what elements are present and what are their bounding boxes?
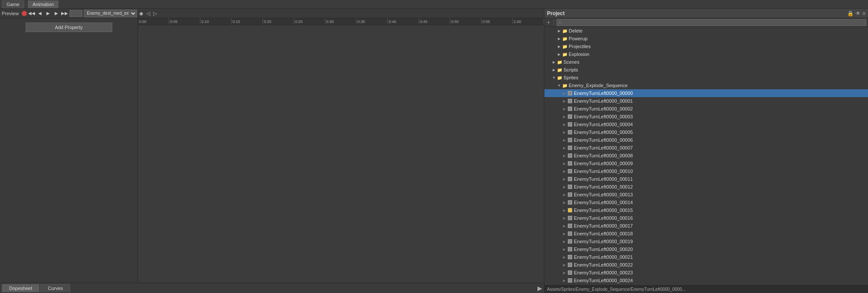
tree-expand-arrow[interactable]: ▶ [562,146,567,150]
tree-expand-arrow[interactable]: ▶ [557,52,562,56]
tree-expand-arrow[interactable]: ▶ [562,91,567,95]
tree-expand-arrow[interactable]: ▶ [562,107,567,111]
tree-expand-arrow[interactable]: ▶ [557,29,562,33]
tree-expand-arrow[interactable]: ▶ [562,185,567,189]
tree-item-label: EnemyTurnLeft0000_00022 [574,262,633,267]
tree-item-label: EnemyTurnLeft0000_00021 [574,254,633,260]
tree-item-f00013[interactable]: ▶EnemyTurnLeft0000_00013 [544,191,868,199]
tab-animation[interactable]: Animation [28,0,59,8]
tree-item-f00023[interactable]: ▶EnemyTurnLeft0000_00023 [544,269,868,277]
tree-item-f00014[interactable]: ▶EnemyTurnLeft0000_00014 [544,199,868,206]
tree-expand-arrow[interactable]: ▶ [562,123,567,127]
tree-item-f00019[interactable]: ▶EnemyTurnLeft0000_00019 [544,238,868,245]
tree-expand-arrow[interactable]: ▶ [562,115,567,119]
tree-expand-arrow[interactable]: ▶ [557,45,562,49]
skip-end-button[interactable]: ▶▶ [61,10,68,17]
sprite-icon [567,231,573,237]
tree-item-label: EnemyTurnLeft0000_00017 [574,223,633,228]
tree-expand-arrow[interactable]: ▼ [551,76,557,80]
project-toolbar: + [544,18,868,27]
add-property-button[interactable]: Add Property [26,23,112,32]
tree-item-scenes[interactable]: ▶📁Scenes [544,58,868,66]
diamond-right-icon[interactable]: ▷ [152,10,158,16]
frame-input[interactable]: 0 [69,10,82,17]
record-button[interactable] [22,11,27,16]
project-search-input[interactable] [557,19,866,26]
tree-item-f00020[interactable]: ▶EnemyTurnLeft0000_00020 [544,245,868,253]
tree-item-f00008[interactable]: ▶EnemyTurnLeft0000_00008 [544,152,868,160]
tree-expand-arrow[interactable]: ▶ [551,68,557,72]
tree-expand-arrow[interactable]: ▶ [562,138,567,142]
tree-item-f00022[interactable]: ▶EnemyTurnLeft0000_00022 [544,261,868,269]
tree-item-scripts[interactable]: ▶📁Scripts [544,66,868,74]
tree-expand-arrow[interactable]: ▶ [562,216,567,220]
diamond-icon[interactable]: ◆ [138,10,144,16]
tree-item-f00011[interactable]: ▶EnemyTurnLeft0000_00011 [544,175,868,183]
tree-item-f00002[interactable]: ▶EnemyTurnLeft0000_00002 [544,105,868,113]
tree-item-f00004[interactable]: ▶EnemyTurnLeft0000_00004 [544,120,868,128]
ruler-tick: 0:25 [294,18,325,25]
tree-item-f00018[interactable]: ▶EnemyTurnLeft0000_00018 [544,230,868,238]
next-frame-button[interactable]: ▶ [53,10,60,17]
tree-item-f00012[interactable]: ▶EnemyTurnLeft0000_00012 [544,183,868,191]
tree-item-projectiles[interactable]: ▶📁Projectiles [544,42,868,50]
tree-item-f00017[interactable]: ▶EnemyTurnLeft0000_00017 [544,222,868,230]
tree-expand-arrow[interactable]: ▶ [562,255,567,259]
tree-expand-arrow[interactable]: ▶ [562,162,567,166]
tree-expand-arrow[interactable]: ▶ [562,169,567,173]
sprite-icon [567,153,573,159]
sprite-icon [567,145,573,151]
tree-item-f00010[interactable]: ▶EnemyTurnLeft0000_00010 [544,167,868,175]
tab-dopesheet[interactable]: Dopesheet [2,284,39,292]
tree-expand-arrow[interactable]: ▶ [562,201,567,205]
ruler-tick: 1:00 [513,18,544,25]
tree-expand-arrow[interactable]: ▶ [557,37,562,41]
tree-item-f00021[interactable]: ▶EnemyTurnLeft0000_00021 [544,253,868,261]
tree-expand-arrow[interactable]: ▶ [562,99,567,103]
tree-expand-arrow[interactable]: ▼ [557,84,562,88]
tree-expand-arrow[interactable]: ▶ [562,232,567,236]
tree-expand-arrow[interactable]: ▶ [562,247,567,251]
prev-frame-button[interactable]: ◀ [36,10,43,17]
tree-item-powerup[interactable]: ▶📁Powerup [544,35,868,42]
tab-game[interactable]: Game [2,0,24,8]
scroll-right-button[interactable]: ▶ [537,285,542,292]
tree-item-label: EnemyTurnLeft0000_00013 [574,192,633,197]
tree-item-label: Projectiles [569,44,591,49]
tree-expand-arrow[interactable]: ▶ [562,154,567,158]
diamond-left-icon[interactable]: ◁ [145,10,151,16]
tree-expand-arrow[interactable]: ▶ [562,271,567,275]
tree-item-f00001[interactable]: ▶EnemyTurnLeft0000_00001 [544,97,868,105]
tree-item-f00009[interactable]: ▶EnemyTurnLeft0000_00009 [544,160,868,167]
tree-item-f00006[interactable]: ▶EnemyTurnLeft0000_00006 [544,136,868,144]
folder-icon: 📁 [557,59,563,65]
tab-curves[interactable]: Curves [40,284,70,292]
tree-item-f00007[interactable]: ▶EnemyTurnLeft0000_00007 [544,144,868,152]
clip-select[interactable]: Enemy_dest_med_ex [84,10,137,17]
add-asset-button[interactable]: + [546,20,551,26]
play-button[interactable]: ▶ [45,10,52,17]
tree-item-delete[interactable]: ▶📁Delete [544,27,868,35]
tree-item-f00024[interactable]: ▶EnemyTurnLeft0000_00024 [544,277,868,284]
timeline-area: 0:000:050:100:150:200:250:300:350:400:45… [138,18,544,283]
tree-expand-arrow[interactable]: ▶ [551,60,557,64]
skip-start-button[interactable]: ◀◀ [28,10,35,17]
tree-expand-arrow[interactable]: ▶ [562,240,567,244]
tree-item-explosion[interactable]: ▶📁Explosion [544,50,868,58]
tree-item-f00005[interactable]: ▶EnemyTurnLeft0000_00005 [544,128,868,136]
tree-item-f00015[interactable]: ▶EnemyTurnLeft0000_00015 [544,206,868,214]
tree-expand-arrow[interactable]: ▶ [562,224,567,228]
tree-item-f00016[interactable]: ▶EnemyTurnLeft0000_00016 [544,214,868,222]
tree-item-enemy-explode-seq[interactable]: ▼📁Enemy_Explode_Sequence [544,81,868,89]
sprite-icon [567,98,573,104]
tree-expand-arrow[interactable]: ▶ [562,193,567,197]
tree-expand-arrow[interactable]: ▶ [562,279,567,283]
tree-expand-arrow[interactable]: ▶ [562,177,567,181]
tree-expand-arrow[interactable]: ▶ [562,130,567,134]
tree-item-sprites[interactable]: ▼📁Sprites [544,74,868,81]
tree-item-f00003[interactable]: ▶EnemyTurnLeft0000_00003 [544,113,868,120]
tree-expand-arrow[interactable]: ▶ [562,208,567,212]
tree-expand-arrow[interactable]: ▶ [562,263,567,267]
tree-item-f00000[interactable]: ▶EnemyTurnLeft0000_00000 [544,89,868,97]
tree-item-label: Delete [569,28,583,33]
